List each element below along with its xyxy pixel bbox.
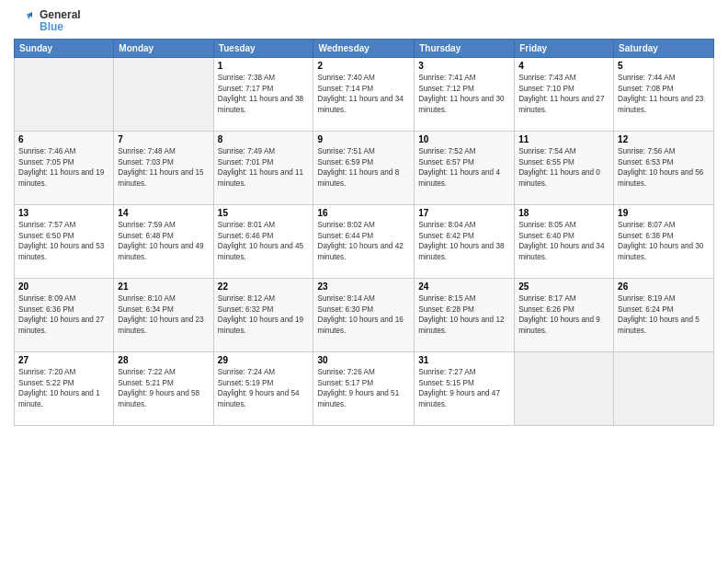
day-number: 29 [218, 355, 310, 365]
col-header-saturday: Saturday [614, 40, 714, 58]
day-number: 22 [218, 282, 310, 292]
calendar-cell: 22Sunrise: 8:12 AM Sunset: 6:32 PM Dayli… [213, 279, 313, 352]
day-number: 27 [18, 355, 109, 365]
day-number: 9 [317, 134, 410, 144]
col-header-friday: Friday [515, 40, 614, 58]
day-number: 16 [317, 208, 410, 218]
day-number: 31 [418, 355, 510, 365]
calendar-cell: 20Sunrise: 8:09 AM Sunset: 6:36 PM Dayli… [15, 279, 114, 352]
day-number: 5 [618, 61, 710, 71]
day-info: Sunrise: 8:19 AM Sunset: 6:24 PM Dayligh… [618, 293, 710, 336]
calendar-cell: 11Sunrise: 7:54 AM Sunset: 6:55 PM Dayli… [515, 132, 614, 205]
day-info: Sunrise: 7:54 AM Sunset: 6:55 PM Dayligh… [518, 146, 609, 189]
day-info: Sunrise: 8:01 AM Sunset: 6:46 PM Dayligh… [218, 220, 310, 262]
day-number: 6 [18, 134, 109, 144]
calendar-header-row: SundayMondayTuesdayWednesdayThursdayFrid… [15, 40, 714, 58]
day-number: 12 [618, 134, 710, 144]
day-number: 25 [518, 282, 609, 292]
day-info: Sunrise: 8:07 AM Sunset: 6:38 PM Dayligh… [618, 220, 710, 262]
calendar-table: SundayMondayTuesdayWednesdayThursdayFrid… [14, 39, 714, 426]
day-info: Sunrise: 7:59 AM Sunset: 6:48 PM Dayligh… [118, 220, 209, 262]
day-number: 8 [218, 134, 310, 144]
calendar-cell: 25Sunrise: 8:17 AM Sunset: 6:26 PM Dayli… [515, 279, 614, 352]
calendar-cell: 19Sunrise: 8:07 AM Sunset: 6:38 PM Dayli… [614, 205, 714, 279]
day-info: Sunrise: 7:44 AM Sunset: 7:08 PM Dayligh… [618, 73, 710, 115]
day-info: Sunrise: 8:10 AM Sunset: 6:34 PM Dayligh… [118, 293, 209, 336]
calendar-cell: 10Sunrise: 7:52 AM Sunset: 6:57 PM Dayli… [415, 132, 515, 205]
day-number: 20 [18, 282, 109, 292]
col-header-thursday: Thursday [415, 40, 515, 58]
calendar-cell: 2Sunrise: 7:40 AM Sunset: 7:14 PM Daylig… [313, 58, 415, 132]
day-info: Sunrise: 7:26 AM Sunset: 5:17 PM Dayligh… [317, 367, 410, 409]
calendar-cell: 3Sunrise: 7:41 AM Sunset: 7:12 PM Daylig… [415, 58, 515, 132]
day-number: 21 [118, 282, 209, 292]
day-info: Sunrise: 7:48 AM Sunset: 7:03 PM Dayligh… [118, 146, 209, 189]
day-info: Sunrise: 7:46 AM Sunset: 7:05 PM Dayligh… [18, 146, 109, 189]
calendar-cell: 21Sunrise: 8:10 AM Sunset: 6:34 PM Dayli… [114, 279, 213, 352]
calendar-cell: 12Sunrise: 7:56 AM Sunset: 6:53 PM Dayli… [614, 132, 714, 205]
calendar-cell: 9Sunrise: 7:51 AM Sunset: 6:59 PM Daylig… [313, 132, 415, 205]
calendar-week-row: 20Sunrise: 8:09 AM Sunset: 6:36 PM Dayli… [15, 279, 714, 352]
day-info: Sunrise: 8:04 AM Sunset: 6:42 PM Dayligh… [418, 220, 510, 262]
page: General Blue SundayMondayTuesdayWednesda… [0, 0, 728, 563]
calendar-week-row: 13Sunrise: 7:57 AM Sunset: 6:50 PM Dayli… [15, 205, 714, 279]
day-number: 18 [518, 208, 609, 218]
calendar-cell: 31Sunrise: 7:27 AM Sunset: 5:15 PM Dayli… [415, 352, 515, 426]
day-number: 28 [118, 355, 209, 365]
calendar-cell [15, 58, 114, 132]
calendar-cell: 1Sunrise: 7:38 AM Sunset: 7:17 PM Daylig… [213, 58, 313, 132]
day-info: Sunrise: 8:05 AM Sunset: 6:40 PM Dayligh… [518, 220, 609, 262]
day-number: 1 [218, 61, 310, 71]
calendar-cell: 24Sunrise: 8:15 AM Sunset: 6:28 PM Dayli… [415, 279, 515, 352]
day-number: 11 [518, 134, 609, 144]
day-info: Sunrise: 8:12 AM Sunset: 6:32 PM Dayligh… [218, 293, 310, 336]
calendar-cell: 29Sunrise: 7:24 AM Sunset: 5:19 PM Dayli… [213, 352, 313, 426]
logo: General Blue [14, 9, 81, 33]
col-header-sunday: Sunday [15, 40, 114, 58]
day-number: 7 [118, 134, 209, 144]
calendar-cell: 13Sunrise: 7:57 AM Sunset: 6:50 PM Dayli… [15, 205, 114, 279]
day-number: 30 [317, 355, 410, 365]
calendar-cell: 26Sunrise: 8:19 AM Sunset: 6:24 PM Dayli… [614, 279, 714, 352]
day-info: Sunrise: 7:40 AM Sunset: 7:14 PM Dayligh… [317, 73, 410, 115]
day-number: 26 [618, 282, 710, 292]
calendar-cell: 8Sunrise: 7:49 AM Sunset: 7:01 PM Daylig… [213, 132, 313, 205]
day-number: 24 [418, 282, 510, 292]
calendar-cell [614, 352, 714, 426]
col-header-monday: Monday [114, 40, 213, 58]
day-info: Sunrise: 8:14 AM Sunset: 6:30 PM Dayligh… [317, 293, 410, 336]
day-info: Sunrise: 8:15 AM Sunset: 6:28 PM Dayligh… [418, 293, 510, 336]
day-info: Sunrise: 7:24 AM Sunset: 5:19 PM Dayligh… [218, 367, 310, 409]
calendar-cell [114, 58, 213, 132]
day-number: 23 [317, 282, 410, 292]
calendar-week-row: 6Sunrise: 7:46 AM Sunset: 7:05 PM Daylig… [15, 132, 714, 205]
day-info: Sunrise: 7:56 AM Sunset: 6:53 PM Dayligh… [618, 146, 710, 189]
day-info: Sunrise: 7:22 AM Sunset: 5:21 PM Dayligh… [118, 367, 209, 409]
calendar-cell: 16Sunrise: 8:02 AM Sunset: 6:44 PM Dayli… [313, 205, 415, 279]
calendar-cell: 14Sunrise: 7:59 AM Sunset: 6:48 PM Dayli… [114, 205, 213, 279]
day-number: 13 [18, 208, 109, 218]
day-info: Sunrise: 8:09 AM Sunset: 6:36 PM Dayligh… [18, 293, 109, 336]
day-info: Sunrise: 7:43 AM Sunset: 7:10 PM Dayligh… [518, 73, 609, 115]
calendar-cell: 28Sunrise: 7:22 AM Sunset: 5:21 PM Dayli… [114, 352, 213, 426]
day-info: Sunrise: 7:20 AM Sunset: 5:22 PM Dayligh… [18, 367, 109, 409]
day-info: Sunrise: 8:02 AM Sunset: 6:44 PM Dayligh… [317, 220, 410, 262]
calendar-cell: 27Sunrise: 7:20 AM Sunset: 5:22 PM Dayli… [15, 352, 114, 426]
calendar-cell: 30Sunrise: 7:26 AM Sunset: 5:17 PM Dayli… [313, 352, 415, 426]
day-info: Sunrise: 7:41 AM Sunset: 7:12 PM Dayligh… [418, 73, 510, 115]
day-number: 19 [618, 208, 710, 218]
calendar-cell: 6Sunrise: 7:46 AM Sunset: 7:05 PM Daylig… [15, 132, 114, 205]
day-info: Sunrise: 7:57 AM Sunset: 6:50 PM Dayligh… [18, 220, 109, 262]
day-info: Sunrise: 7:49 AM Sunset: 7:01 PM Dayligh… [218, 146, 310, 189]
day-info: Sunrise: 8:17 AM Sunset: 6:26 PM Dayligh… [518, 293, 609, 336]
day-number: 2 [317, 61, 410, 71]
day-info: Sunrise: 7:52 AM Sunset: 6:57 PM Dayligh… [418, 146, 510, 189]
col-header-wednesday: Wednesday [313, 40, 415, 58]
calendar-cell [515, 352, 614, 426]
logo-line2: Blue [40, 21, 81, 33]
calendar-week-row: 27Sunrise: 7:20 AM Sunset: 5:22 PM Dayli… [15, 352, 714, 426]
logo-bird-icon [14, 10, 36, 32]
calendar-cell: 5Sunrise: 7:44 AM Sunset: 7:08 PM Daylig… [614, 58, 714, 132]
calendar-cell: 23Sunrise: 8:14 AM Sunset: 6:30 PM Dayli… [313, 279, 415, 352]
calendar-cell: 4Sunrise: 7:43 AM Sunset: 7:10 PM Daylig… [515, 58, 614, 132]
